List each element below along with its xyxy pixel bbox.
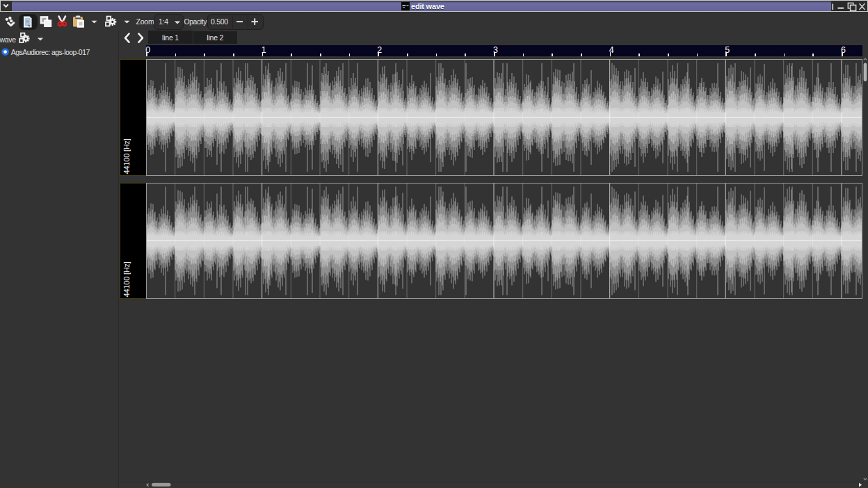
svg-text:44100 [Hz]: 44100 [Hz]: [122, 261, 131, 297]
svg-text:44100 [Hz]: 44100 [Hz]: [122, 138, 131, 174]
